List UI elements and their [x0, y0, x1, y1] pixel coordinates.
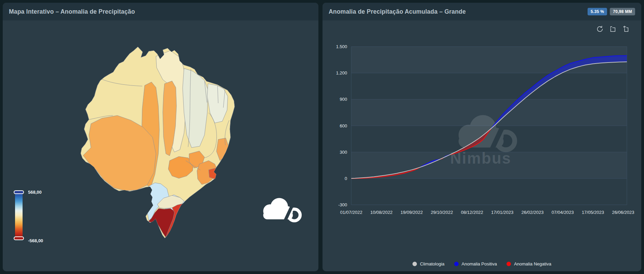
y-tick-label: 1.200 — [336, 70, 347, 76]
x-tick-label: 01/07/2022 — [340, 210, 362, 215]
legend-label: Climatologia — [420, 261, 445, 266]
y-tick-label: 600 — [340, 123, 347, 128]
dashboard: Mapa Interativo – Anomalia de Precipitaç… — [0, 0, 644, 274]
refresh-icon[interactable] — [596, 25, 604, 33]
anomalia-negativa-dot-icon — [507, 262, 511, 266]
gradient-max-cap — [14, 190, 24, 194]
x-tick-label: 17/01/2023 — [491, 210, 513, 215]
map-color-scale: 568,00 -568,00 — [9, 190, 50, 242]
y-tick-label: 900 — [340, 97, 347, 102]
y-tick-label: -300 — [338, 202, 347, 207]
x-tick-label: 10/08/2022 — [370, 210, 393, 215]
y-tick-label: 300 — [340, 150, 347, 155]
gradient-bar — [15, 192, 23, 238]
legend-label: Anomalia Positiva — [462, 261, 497, 266]
x-tick-label: 07/04/2023 — [552, 210, 574, 215]
chart-panel-body: Nimbus -30003006009001.2001.50001/07/202… — [323, 20, 641, 271]
anomaly-accumulated-chart[interactable]: Nimbus -30003006009001.2001.50001/07/202… — [323, 20, 641, 271]
legend-item-anomalia-positiva[interactable]: Anomalia Positiva — [454, 261, 497, 266]
scale-min-label: -568,00 — [28, 238, 43, 243]
zoom-reset-icon[interactable] — [622, 25, 630, 33]
map-panel-header: Mapa Interativo – Anomalia de Precipitaç… — [3, 3, 318, 20]
legend-item-anomalia-negativa[interactable]: Anomalia Negativa — [507, 261, 551, 266]
x-tick-label: 26/02/2023 — [521, 210, 543, 215]
chart-toolbar — [596, 25, 630, 33]
y-tick-label: 1.500 — [336, 44, 347, 49]
anomaly-percent-badge: 5.35 % — [588, 8, 607, 15]
x-tick-label: 08/12/2022 — [461, 210, 483, 215]
y-tick-label: 0 — [345, 176, 347, 181]
climatologia-dot-icon — [412, 262, 417, 266]
anomalia-positiva-dot-icon — [454, 262, 459, 266]
nimbus-logo-icon — [258, 193, 306, 227]
legend-label: Anomalia Negativa — [514, 261, 551, 266]
box-zoom-icon[interactable] — [609, 25, 617, 33]
chart-panel-title: Anomalia de Precipitação Acumulada – Gra… — [329, 8, 466, 15]
x-tick-label: 17/05/2023 — [582, 210, 604, 215]
x-tick-label: 19/09/2022 — [400, 210, 423, 215]
gradient-bar-wrap — [14, 190, 24, 242]
map-panel: Mapa Interativo – Anomalia de Precipitaç… — [3, 3, 318, 271]
chart-panel: Anomalia de Precipitação Acumulada – Gra… — [323, 3, 641, 271]
chart-panel-header: Anomalia de Precipitação Acumulada – Gra… — [323, 3, 641, 20]
map-panel-title: Mapa Interativo – Anomalia de Precipitaç… — [9, 8, 135, 15]
map-region[interactable] — [209, 168, 219, 179]
map-panel-body: 568,00 -568,00 — [3, 20, 318, 271]
x-tick-label: 26/06/2023 — [612, 210, 634, 215]
watermark: Nimbus — [447, 108, 528, 167]
gradient-min-cap — [14, 236, 24, 240]
anomaly-mm-badge: 70,98 MM — [610, 8, 635, 15]
chart-legend: Climatologia Anomalia Positiva Anomalia … — [323, 261, 641, 266]
summary-badges: 5.35 % 70,98 MM — [588, 8, 635, 15]
brazil-basins-map[interactable] — [3, 20, 318, 271]
scale-max-label: 568,00 — [28, 190, 42, 195]
x-tick-label: 29/10/2022 — [431, 210, 453, 215]
legend-item-climatologia[interactable]: Climatologia — [412, 261, 445, 266]
